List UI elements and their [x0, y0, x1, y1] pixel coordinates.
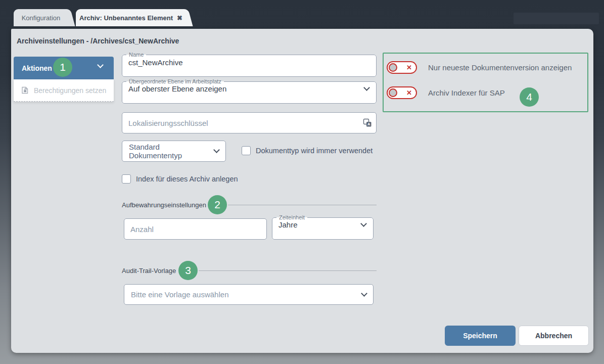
localization-field: A [122, 112, 377, 133]
retention-amount-field [124, 218, 267, 240]
chevron-down-icon [360, 220, 367, 227]
tab-label: Archiv: Unbenanntes Element [79, 14, 173, 22]
chevron-down-icon [97, 62, 104, 68]
document-type-value: Standard Dokumententyp [129, 143, 214, 160]
step-badge-2: 2 [208, 195, 227, 214]
newest-version-toggle[interactable]: ✕ [387, 61, 417, 74]
doctype-always-checkbox[interactable]: Dokumenttyp wird immer verwendet [242, 146, 373, 155]
permissions-lock-icon [21, 86, 29, 95]
name-field-label: Name [126, 52, 146, 58]
time-unit-label: Zeiteinheit [276, 215, 307, 220]
menu-item-label: Berechtigungen setzen [34, 86, 106, 95]
localization-key-input[interactable] [122, 112, 377, 133]
step-badge-3: 3 [178, 261, 198, 280]
svg-text:A: A [367, 122, 370, 126]
checkbox-label: Index für dieses Archiv anlegen [136, 175, 238, 183]
topbar-highlight [514, 13, 599, 24]
tab-konfiguration[interactable]: Konfiguration [14, 9, 68, 26]
toggle-row-newest-version: ✕ Nur neueste Dokumentenversion anzeigen [387, 61, 572, 74]
parent-level-select[interactable]: Übergeordnete Ebene im Arbeitsplatz Auf … [122, 79, 377, 104]
section-divider [199, 270, 377, 271]
parent-level-value: Auf oberster Ebene anzeigen [128, 84, 226, 93]
parent-level-label: Übergeordnete Ebene im Arbeitsplatz [126, 79, 224, 84]
index-archive-checkbox[interactable]: Index für dieses Archiv anlegen [122, 174, 238, 184]
name-field: Name [122, 52, 377, 77]
archive-settings-panel: Archiveinstellungen - /Archives/cst_NewA… [11, 29, 593, 353]
sap-indexer-toggle[interactable]: ✕ [387, 86, 417, 99]
step-badge-4: 4 [520, 87, 539, 107]
cancel-button[interactable]: Abbrechen [519, 326, 589, 346]
document-type-select[interactable]: Standard Dokumententyp [122, 141, 226, 162]
toggle-knob [389, 63, 397, 72]
toggle-off-x-icon: ✕ [406, 89, 412, 96]
audit-template-placeholder: Bitte eine Vorlage auswählen [131, 290, 228, 299]
audit-section-title: Audit-Trail-Vorlage [122, 267, 176, 275]
toggle-off-x-icon: ✕ [406, 64, 412, 71]
time-unit-value: Jahre [278, 220, 298, 229]
page-title: Archiveinstellungen - /Archives/cst_NewA… [17, 37, 179, 45]
retention-amount-input[interactable] [124, 218, 267, 240]
tab-label: Konfiguration [22, 14, 61, 22]
step-badge-1: 1 [53, 58, 72, 77]
cancel-button-label: Abbrechen [535, 332, 572, 340]
actions-button-label: Aktionen [22, 64, 52, 72]
toggle-label: Nur neueste Dokumentenversion anzeigen [428, 63, 572, 72]
toggle-row-sap-indexer: ✕ Archiv Indexer für SAP [387, 86, 505, 99]
checkbox-box[interactable] [242, 146, 251, 155]
chevron-down-icon [361, 290, 367, 297]
toggle-group-highlight: ✕ Nur neueste Dokumentenversion anzeigen… [383, 53, 588, 112]
checkbox-label: Dokumenttyp wird immer verwendet [256, 147, 373, 155]
time-unit-select[interactable]: Zeiteinheit Jahre [272, 215, 374, 240]
section-divider [228, 205, 377, 205]
tab-archiv-unbenanntes-element[interactable]: Archiv: Unbenanntes Element ✖ [76, 9, 186, 26]
menu-item-berechtigungen-setzen[interactable]: Berechtigungen setzen [14, 79, 114, 102]
chevron-down-icon [363, 84, 370, 91]
save-button-label: Speichern [463, 332, 497, 340]
toggle-label: Archiv Indexer für SAP [428, 88, 505, 97]
checkbox-box[interactable] [122, 174, 131, 184]
close-icon[interactable]: ✖ [177, 14, 182, 22]
chevron-down-icon [213, 147, 220, 153]
translate-icon[interactable]: A [363, 118, 372, 127]
retention-section-title: Aufbewahrungseinstellungen [122, 201, 206, 209]
toggle-knob [389, 88, 397, 97]
name-input[interactable] [122, 58, 363, 70]
save-button[interactable]: Speichern [445, 326, 516, 346]
audit-template-select[interactable]: Bitte eine Vorlage auswählen [124, 284, 374, 305]
